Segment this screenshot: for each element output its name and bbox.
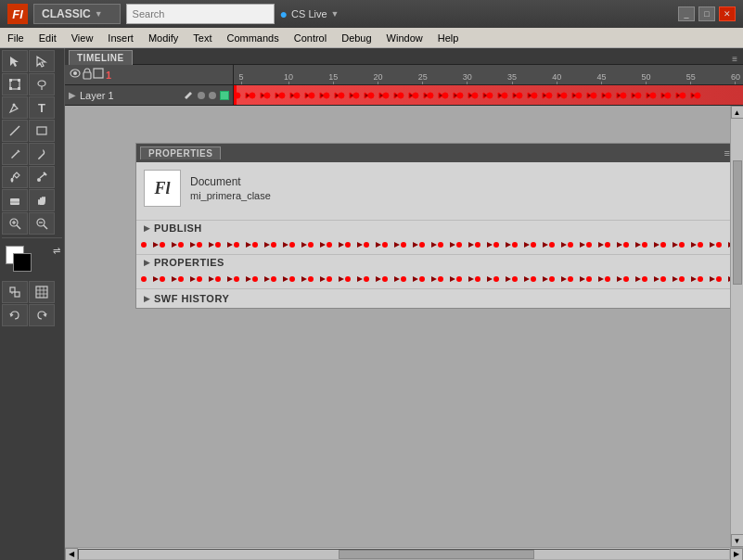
- minimize-button[interactable]: _: [678, 6, 695, 21]
- svg-marker-214: [394, 276, 400, 282]
- menu-commands[interactable]: Commands: [219, 28, 286, 47]
- scroll-left-button[interactable]: ◀: [65, 548, 78, 561]
- svg-point-109: [308, 242, 314, 248]
- tool-row-1: [2, 50, 62, 72]
- ruler-40: 40: [549, 72, 564, 84]
- selection-tool[interactable]: [2, 50, 28, 72]
- menu-help[interactable]: Help: [430, 28, 467, 47]
- free-transform-tool[interactable]: [2, 73, 28, 95]
- svg-point-178: [345, 276, 351, 282]
- horizontal-scroll-track[interactable]: [78, 549, 730, 560]
- search-input[interactable]: [126, 4, 275, 24]
- properties-panel-menu-btn[interactable]: ≡: [722, 147, 730, 159]
- zoom-in-tool[interactable]: [2, 212, 28, 235]
- properties-section-header[interactable]: ▶ PROPERTIES: [136, 255, 730, 270]
- vertical-scroll-track[interactable]: [732, 119, 743, 534]
- fl-logo: Fl: [7, 4, 28, 24]
- svg-marker-232: [728, 276, 730, 282]
- close-button[interactable]: ✕: [719, 6, 736, 21]
- svg-marker-212: [357, 276, 363, 282]
- menu-modify[interactable]: Modify: [141, 28, 186, 47]
- lasso-tool[interactable]: [29, 73, 55, 95]
- hand-tool[interactable]: [29, 189, 55, 211]
- svg-point-100: [141, 242, 147, 248]
- svg-point-192: [605, 276, 610, 282]
- hide-layers-icon[interactable]: [69, 68, 82, 82]
- svg-marker-161: [654, 242, 660, 248]
- svg-point-191: [586, 276, 592, 282]
- layer-visibility-dot[interactable]: [198, 92, 205, 99]
- show-outlines-icon[interactable]: [93, 68, 104, 82]
- rect-tool[interactable]: [29, 120, 55, 142]
- svg-point-117: [456, 242, 462, 248]
- pen-tool[interactable]: [2, 96, 28, 119]
- brush-tool[interactable]: [29, 143, 55, 165]
- menu-control[interactable]: Control: [287, 28, 334, 47]
- subselection-tool[interactable]: [29, 50, 55, 72]
- paint-bucket-tool[interactable]: [2, 166, 28, 188]
- lock-layers-icon[interactable]: [82, 67, 93, 83]
- svg-marker-225: [598, 276, 604, 282]
- swap-colors-btn[interactable]: ⇌: [53, 246, 60, 256]
- publish-section-header[interactable]: ▶ PUBLISH: [136, 221, 730, 235]
- layer-outline-square[interactable]: [220, 91, 229, 100]
- svg-point-7: [13, 104, 16, 107]
- timeline-options-btn[interactable]: ≡: [726, 54, 743, 65]
- scroll-right-button[interactable]: ▶: [730, 548, 743, 561]
- svg-marker-208: [283, 276, 288, 282]
- fill-color-box[interactable]: [13, 253, 32, 272]
- menu-insert[interactable]: Insert: [100, 28, 141, 47]
- snap-to-objects-btn[interactable]: [2, 281, 28, 303]
- tool-row-4: [2, 120, 62, 142]
- menu-view[interactable]: View: [64, 28, 101, 47]
- svg-marker-139: [246, 242, 251, 248]
- eyedropper-tool[interactable]: [29, 166, 55, 188]
- timeline-tab[interactable]: TIMELINE: [69, 50, 133, 65]
- svg-point-126: [623, 242, 629, 248]
- svg-marker-224: [580, 276, 585, 282]
- svg-point-114: [401, 242, 406, 248]
- menu-edit[interactable]: Edit: [32, 28, 64, 47]
- properties-tab[interactable]: PROPERTIES: [140, 146, 221, 159]
- svg-point-106: [252, 242, 258, 248]
- svg-point-103: [197, 242, 202, 248]
- cs-live-label: CS Live: [291, 8, 327, 19]
- scroll-down-button[interactable]: ▼: [731, 534, 744, 547]
- menu-file[interactable]: File: [0, 28, 32, 47]
- cs-live-button[interactable]: ● CS Live ▼: [280, 6, 339, 21]
- svg-marker-146: [376, 242, 381, 248]
- menu-debug[interactable]: Debug: [334, 28, 378, 47]
- svg-point-183: [438, 276, 443, 282]
- tool-row-2: [2, 73, 62, 95]
- svg-marker-204: [209, 276, 214, 282]
- snap-to-grid-btn[interactable]: [29, 281, 55, 303]
- maximize-button[interactable]: □: [698, 6, 715, 21]
- swf-history-section-header[interactable]: ▶ SWF HISTORY: [136, 289, 730, 308]
- vertical-scroll-thumb[interactable]: [733, 160, 742, 285]
- svg-rect-17: [38, 199, 40, 205]
- horizontal-scroll-thumb[interactable]: [339, 550, 533, 559]
- svg-point-129: [679, 242, 685, 248]
- svg-point-112: [364, 242, 369, 248]
- layer-1-frames[interactable]: [234, 85, 743, 105]
- text-tool[interactable]: T: [29, 96, 55, 119]
- svg-marker-228: [654, 276, 660, 282]
- layer-lock-dot[interactable]: [209, 92, 216, 99]
- svg-marker-231: [710, 276, 715, 282]
- redo-icon[interactable]: [29, 304, 55, 326]
- svg-point-195: [660, 276, 666, 282]
- svg-marker-145: [357, 242, 363, 248]
- layer-1-item[interactable]: ▶ Layer 1: [65, 85, 234, 105]
- scroll-up-button[interactable]: ▲: [731, 106, 744, 119]
- menu-text[interactable]: Text: [186, 28, 219, 47]
- workspace-selector[interactable]: CLASSIC ▼: [33, 4, 121, 24]
- undo-icon[interactable]: [2, 304, 28, 326]
- zoom-out-tool[interactable]: [29, 212, 55, 235]
- stage-canvas[interactable]: PROPERTIES ≡ ◀◀ ✕ Fl: [65, 106, 730, 547]
- line-tool[interactable]: [2, 120, 28, 142]
- eraser-tool[interactable]: [2, 189, 28, 211]
- svg-point-131: [716, 242, 722, 248]
- menu-window[interactable]: Window: [379, 28, 430, 47]
- timeline-ruler: 5 10 15 20 25 30 35 40: [234, 65, 743, 84]
- pencil-tool[interactable]: [2, 143, 28, 165]
